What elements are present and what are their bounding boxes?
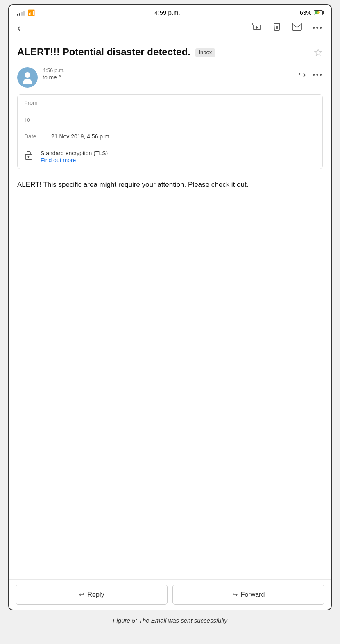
date-label: Date [24, 133, 45, 140]
delete-button[interactable] [272, 22, 281, 34]
find-out-more-link[interactable]: Find out more [41, 157, 76, 163]
status-bar: 📶 4:59 p.m. 63% ⚡ [9, 5, 331, 18]
email-toolbar: ‹ [9, 18, 331, 39]
sender-actions: ↩ ••• [299, 70, 323, 80]
date-row: Date 21 Nov 2019, 4:56 p.m. [18, 128, 322, 145]
subject-row: ALERT!!! Potential disaster detected. In… [17, 39, 323, 63]
status-time: 4:59 p.m. [154, 9, 180, 16]
toolbar-right: ••• [252, 22, 323, 34]
status-left: 📶 [17, 9, 35, 16]
status-right: 63% ⚡ [300, 9, 323, 16]
subject-text-wrap: ALERT!!! Potential disaster detected. In… [17, 45, 308, 58]
to-row: To [18, 111, 322, 128]
lock-icon [24, 150, 34, 162]
forward-label: Forward [241, 591, 265, 599]
message-more-button[interactable]: ••• [313, 71, 323, 79]
quick-reply-button[interactable]: ↩ [299, 70, 306, 80]
bottom-actions: ↩ Reply ↪ Forward [9, 579, 331, 610]
forward-button[interactable]: ↪ Forward [172, 585, 324, 605]
reply-icon: ↩ [79, 591, 84, 599]
details-card: From To Date 21 Nov 2019, 4:56 p.m. [17, 94, 323, 169]
avatar [17, 67, 38, 88]
from-label: From [24, 100, 45, 106]
sender-meta: 4:56 p.m. to me ^ [43, 67, 294, 81]
back-button[interactable]: ‹ [17, 23, 21, 33]
toolbar-left: ‹ [17, 23, 21, 33]
encryption-title: Standard encryption (TLS) [41, 150, 108, 156]
sender-time: 4:56 p.m. [43, 67, 294, 73]
to-label: to me [43, 74, 57, 81]
battery-percentage: 63% [300, 9, 311, 16]
more-options-button[interactable]: ••• [313, 24, 323, 32]
subject-line: ALERT!!! Potential disaster detected. In… [17, 46, 215, 57]
sender-row: 4:56 p.m. to me ^ ↩ ••• [17, 63, 323, 90]
signal-bar-2 [19, 13, 20, 16]
reply-label: Reply [88, 591, 104, 599]
figure-caption: Figure 5: The Email was sent successfull… [104, 610, 235, 630]
encryption-row: Standard encryption (TLS) Find out more [18, 145, 322, 169]
from-row: From [18, 95, 322, 111]
signal-bar-4 [23, 11, 25, 16]
wifi-icon: 📶 [28, 9, 35, 16]
inbox-badge[interactable]: Inbox [195, 48, 215, 57]
signal-bar-3 [21, 12, 23, 16]
archive-button[interactable] [252, 22, 262, 34]
signal-bars [17, 10, 25, 16]
to-arrow: ^ [59, 74, 61, 81]
email-body: ALERT! This specific area might require … [17, 176, 323, 198]
email-content: ALERT!!! Potential disaster detected. In… [9, 39, 331, 579]
mail-button[interactable] [292, 23, 302, 33]
date-value: 21 Nov 2019, 4:56 p.m. [51, 133, 111, 140]
sender-to[interactable]: to me ^ [43, 74, 294, 81]
signal-bar-1 [17, 14, 18, 16]
reply-button[interactable]: ↩ Reply [16, 585, 168, 605]
battery-icon: ⚡ [314, 10, 323, 15]
to-field-label: To [24, 116, 45, 123]
forward-icon: ↪ [232, 591, 238, 599]
encryption-info: Standard encryption (TLS) Find out more [41, 150, 108, 164]
svg-rect-0 [253, 23, 261, 25]
star-button[interactable]: ☆ [313, 46, 323, 59]
svg-point-3 [28, 156, 29, 158]
subject-text: ALERT!!! Potential disaster detected. [17, 46, 190, 57]
svg-rect-1 [292, 23, 301, 30]
